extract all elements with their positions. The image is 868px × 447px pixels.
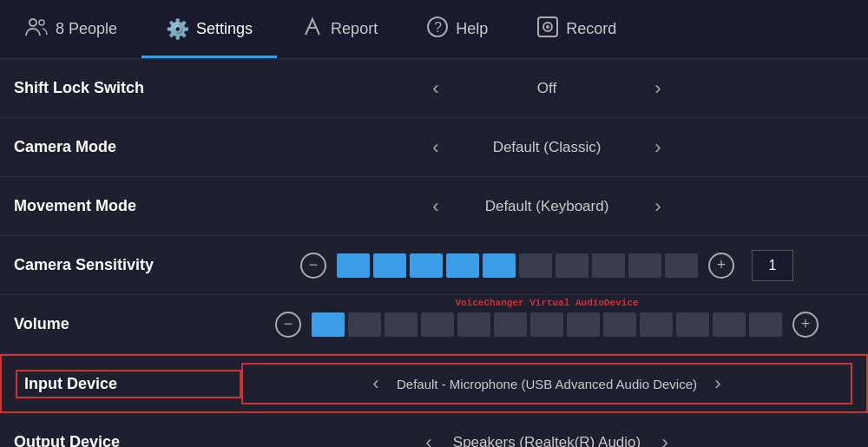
camera-mode-prev[interactable]: ‹ bbox=[422, 134, 450, 161]
shift-lock-prev[interactable]: ‹ bbox=[422, 75, 450, 102]
shift-lock-value: Off bbox=[460, 80, 634, 97]
camera-sensitivity-slider bbox=[337, 253, 698, 278]
input-device-prev[interactable]: ‹ bbox=[362, 370, 390, 398]
shift-lock-control: ‹ Off › bbox=[240, 75, 854, 102]
nav-report-label: Report bbox=[331, 20, 378, 38]
svg-text:?: ? bbox=[434, 20, 442, 35]
input-device-label: Input Device bbox=[16, 370, 241, 398]
vol-block-11 bbox=[676, 312, 709, 337]
input-device-row: Input Device ‹ Default - Microphone (USB… bbox=[0, 354, 868, 413]
camera-sensitivity-minus[interactable]: − bbox=[300, 253, 326, 279]
people-icon bbox=[24, 15, 49, 44]
movement-mode-value: Default (Keyboard) bbox=[460, 198, 634, 215]
camera-mode-row: Camera Mode ‹ Default (Classic) › bbox=[0, 118, 868, 177]
top-nav: 8 People ⚙️ Settings Report ? Help bbox=[0, 0, 868, 59]
movement-mode-label: Movement Mode bbox=[14, 197, 240, 215]
voicechanger-label: VoiceChanger Virtual AudioDevice bbox=[455, 298, 638, 308]
help-icon: ? bbox=[426, 16, 449, 43]
nav-people[interactable]: 8 People bbox=[0, 0, 141, 58]
camera-mode-value: Default (Classic) bbox=[460, 139, 634, 156]
vol-block-10 bbox=[640, 312, 673, 337]
output-device-label: Output Device bbox=[14, 433, 240, 447]
svg-point-7 bbox=[546, 25, 549, 29]
slider-block-10 bbox=[665, 253, 698, 278]
slider-block-6 bbox=[519, 253, 552, 278]
vol-block-3 bbox=[385, 312, 418, 337]
volume-slider bbox=[312, 312, 782, 337]
volume-row: Volume VoiceChanger Virtual AudioDevice … bbox=[0, 295, 868, 354]
slider-block-1 bbox=[337, 253, 370, 278]
nav-people-label: 8 People bbox=[56, 20, 117, 38]
svg-point-1 bbox=[39, 20, 44, 25]
input-device-value: Default - Microphone (USB Advanced Audio… bbox=[397, 377, 697, 391]
movement-mode-row: Movement Mode ‹ Default (Keyboard) › bbox=[0, 177, 868, 236]
shift-lock-row: Shift Lock Switch ‹ Off › bbox=[0, 59, 868, 118]
slider-block-8 bbox=[592, 253, 625, 278]
movement-mode-control: ‹ Default (Keyboard) › bbox=[240, 193, 854, 220]
movement-mode-next[interactable]: › bbox=[644, 193, 672, 220]
nav-settings[interactable]: ⚙️ Settings bbox=[141, 0, 277, 58]
vol-block-5 bbox=[457, 312, 490, 337]
vol-block-2 bbox=[348, 312, 381, 337]
camera-mode-next[interactable]: › bbox=[644, 134, 672, 161]
shift-lock-label: Shift Lock Switch bbox=[14, 79, 240, 97]
record-icon bbox=[536, 16, 559, 43]
shift-lock-next[interactable]: › bbox=[644, 75, 672, 102]
report-icon bbox=[301, 16, 324, 43]
nav-help[interactable]: ? Help bbox=[402, 0, 512, 58]
camera-sensitivity-plus[interactable]: + bbox=[708, 253, 734, 279]
settings-icon: ⚙️ bbox=[166, 18, 189, 41]
camera-sensitivity-label: Camera Sensitivity bbox=[14, 256, 240, 274]
settings-content: Shift Lock Switch ‹ Off › Camera Mode ‹ … bbox=[0, 59, 868, 447]
output-device-prev[interactable]: ‹ bbox=[415, 429, 443, 448]
slider-block-2 bbox=[373, 253, 406, 278]
output-device-next[interactable]: › bbox=[651, 429, 679, 448]
volume-minus[interactable]: − bbox=[275, 312, 301, 338]
vol-block-12 bbox=[713, 312, 746, 337]
volume-control: VoiceChanger Virtual AudioDevice − + bbox=[240, 312, 854, 338]
camera-mode-label: Camera Mode bbox=[14, 138, 240, 156]
nav-help-label: Help bbox=[456, 20, 488, 38]
output-device-value: Speakers (Realtek(R) Audio) bbox=[453, 434, 641, 448]
camera-sensitivity-input[interactable] bbox=[752, 250, 793, 281]
input-device-control[interactable]: ‹ Default - Microphone (USB Advanced Aud… bbox=[241, 363, 852, 404]
slider-block-3 bbox=[410, 253, 443, 278]
movement-mode-prev[interactable]: ‹ bbox=[422, 193, 450, 220]
input-device-next[interactable]: › bbox=[704, 370, 732, 398]
slider-block-9 bbox=[628, 253, 661, 278]
slider-block-5 bbox=[483, 253, 516, 278]
slider-block-4 bbox=[446, 253, 479, 278]
svg-point-0 bbox=[30, 19, 36, 26]
nav-record[interactable]: Record bbox=[512, 0, 641, 58]
vol-block-8 bbox=[567, 312, 600, 337]
vol-block-4 bbox=[421, 312, 454, 337]
slider-block-7 bbox=[556, 253, 589, 278]
nav-settings-label: Settings bbox=[196, 20, 253, 38]
camera-sensitivity-row: Camera Sensitivity − + bbox=[0, 236, 868, 295]
nav-record-label: Record bbox=[566, 20, 616, 38]
output-device-row: Output Device ‹ Speakers (Realtek(R) Aud… bbox=[0, 413, 868, 447]
nav-report[interactable]: Report bbox=[277, 0, 402, 58]
vol-block-13 bbox=[749, 312, 782, 337]
vol-block-9 bbox=[603, 312, 636, 337]
volume-plus[interactable]: + bbox=[792, 312, 819, 338]
volume-label: Volume bbox=[14, 315, 240, 333]
camera-sensitivity-control: − + bbox=[240, 250, 854, 281]
vol-block-6 bbox=[494, 312, 527, 337]
vol-block-7 bbox=[530, 312, 563, 337]
output-device-control: ‹ Speakers (Realtek(R) Audio) › bbox=[240, 429, 854, 448]
camera-mode-control: ‹ Default (Classic) › bbox=[240, 134, 854, 161]
vol-block-1 bbox=[312, 312, 345, 337]
